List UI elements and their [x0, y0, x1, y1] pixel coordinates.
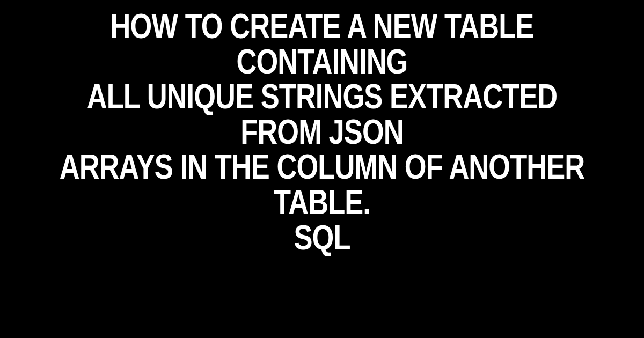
- text-container: How to create a new table containing all…: [0, 25, 644, 239]
- main-heading: How to create a new table containing all…: [46, 9, 598, 255]
